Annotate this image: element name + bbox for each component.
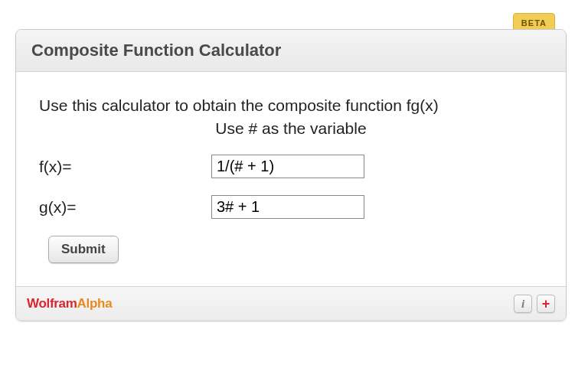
label-f: f(x)= bbox=[39, 158, 211, 176]
logo-alpha: Alpha bbox=[77, 296, 113, 311]
submit-row: Submit bbox=[48, 236, 543, 263]
row-f: f(x)= bbox=[39, 155, 543, 178]
widget-title: Composite Function Calculator bbox=[31, 41, 550, 60]
footer-icons: i + bbox=[514, 295, 555, 313]
intro-text: Use this calculator to obtain the compos… bbox=[39, 96, 543, 115]
widget-container: BETA Composite Function Calculator Use t… bbox=[15, 15, 567, 321]
content-area: Use this calculator to obtain the compos… bbox=[16, 72, 566, 286]
plus-icon[interactable]: + bbox=[537, 295, 555, 313]
wolfram-alpha-logo[interactable]: WolframAlpha bbox=[27, 296, 112, 311]
footer-bar: WolframAlpha i + bbox=[16, 286, 566, 321]
logo-wolfram: Wolfram bbox=[27, 296, 77, 311]
info-icon[interactable]: i bbox=[514, 295, 532, 313]
input-f[interactable] bbox=[211, 155, 364, 178]
title-bar: Composite Function Calculator bbox=[16, 30, 566, 72]
hint-text: Use # as the variable bbox=[39, 119, 543, 138]
row-g: g(x)= bbox=[39, 195, 543, 219]
calculator-card: Composite Function Calculator Use this c… bbox=[15, 29, 567, 321]
input-g[interactable] bbox=[211, 195, 364, 219]
submit-button[interactable]: Submit bbox=[48, 236, 119, 263]
label-g: g(x)= bbox=[39, 198, 211, 217]
